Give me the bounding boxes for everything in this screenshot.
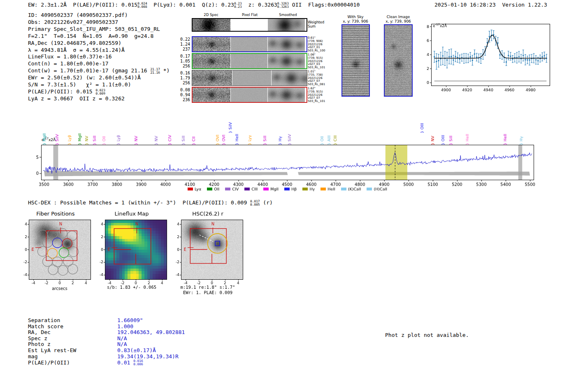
legend-label: Hγ [309,187,315,191]
info-seeing: F=2.1" T=0.154 N̄=1.05 A=0.90 g=24.8 [28,33,170,40]
match-row-plae: P(LAE)/P(OII)0.01 0.0160.006 [28,360,185,366]
header-z-value: 0.3263 [258,2,277,8]
twod-row-annotation: 1.06"(739, 915)20221226v027_03503_RL_101 [308,53,338,70]
match-row-separation: Separation1.66009" [28,318,185,324]
hsc-cutout-title: HSC(26.2) r [169,211,247,217]
match-row-radec: RA, Dec192.046363, 49.802881 [28,329,185,336]
legend-item: (K)CaII [341,187,361,191]
info-plae: P(LAE)/P(OII): 0.015 0.0230.009 [28,88,170,95]
legend-label: CIV [232,187,239,191]
twod-fiber-row-1 [192,36,307,52]
header-flags: Flags:0x00004010 [308,2,360,8]
twod-sum-flat-blank [231,19,267,31]
twod-row4-2dspec-canvas [193,88,230,102]
cleanimage-image [384,24,413,97]
legend-label: (K)CaII [348,187,361,191]
withsky-coords: x, y: 739, 906 [337,19,374,23]
twod-row2-pixelflat-canvas [231,54,267,68]
header-z-range: 0.32630.3263 [277,2,289,9]
legend-label: MgII [270,187,279,191]
legend-swatch [244,188,250,190]
legend-item: (H)CaII [367,187,387,191]
legend-swatch [302,188,308,190]
detection-info-block: ID: 4090502337 (4090502337.pdf) Obs: 202… [28,12,170,102]
legend-item: MgII [263,187,279,191]
header-plae-label: P(LAE)/P(OII): [73,2,121,8]
fiber-positions-plot [16,216,95,295]
legend-swatch [263,188,269,190]
legend-label: CIII [251,187,258,191]
twod-row3-pixelflat-canvas [232,70,271,86]
hsc-cutout-plot [169,216,247,295]
header-z-label: z: [242,2,258,8]
header-z-type: OII [289,2,308,8]
twod-weighted-sum-label: Weighted Sum [308,21,324,28]
twod-row1-smoothed-canvas [268,37,305,51]
info-redshifts: LyA z = 3.0667 OII z = 0.3262 [28,95,170,102]
hsc-caption-morphology: m:19.1 re:1.8" s:1.7" [169,285,247,290]
twod-row3-2dspec-canvas [192,70,232,86]
report-timestamp-version: 2025-01-10 16:28:23 Version 1.22.3 [434,1,547,8]
header-plae-value: 0.015 [121,2,137,8]
legend-swatch [321,188,326,190]
twod-sum-smoothed-canvas [268,19,305,31]
legend-item: OII [207,187,219,191]
info-sn-chi2: S/N = 7.3(±1.5) χ² = 1.1(±0.0) [28,81,170,88]
info-ewr: EWr = 2.50(±0.52) (w: 2.60(±0.54))Å [28,74,170,81]
twod-row1-2dspec-canvas [193,37,230,51]
lineflux-caption: s/b: 1.83 +/- 0.065 [93,285,171,290]
lineflux-map-title: Lineflux Map [93,211,171,217]
cleanimage-title: Clean Image [380,15,416,19]
inset-flux-units-label: e-17x2Å [433,23,447,28]
hscdex-match-line: HSC-DEX : Possible Matches = 1 (within +… [28,199,273,206]
twod-sum-2dspec-canvas [193,19,230,31]
header-ew: EW: 2.3±1.2Å [28,2,73,8]
legend-swatch [207,188,212,190]
legend-item: Hγ [302,187,315,191]
twod-row-annotation: 1.62"(739, 915)20221226v027_07503_RL_101 [308,87,338,103]
twod-row2-2dspec-canvas [193,54,230,68]
hsc-caption-ewr-plae: EWr: 1. PLAE: 0.009 [169,290,247,295]
match-row-photoz: Photo zN/A [28,341,185,348]
lineflux-map-plot [93,216,171,295]
legend-label: Hβ [291,187,297,191]
info-wavelength: λ = 4943.81Å σ = 4.55(±1.24)Å [28,47,170,54]
legend-item: HeII [321,187,335,191]
legend-item: Hβ [284,187,297,191]
timestamp: 2025-01-10 16:28:23 [434,2,502,8]
catalog-match-table: Separation1.66009" Match score1.000 RA, … [28,318,185,366]
cleanimage-coords: x, y: 739, 906 [380,19,416,23]
twod-row-left-values: 0.171.05256 [179,54,190,69]
match-row-restew: Est LyA rest-EW0.83(±0.17)Å [28,348,185,354]
legend-swatch [284,188,290,190]
twod-row2-smoothed-canvas [268,54,305,68]
twod-row-left-values: 0.161.79256 [179,71,190,86]
twod-row4-smoothed-canvas [268,88,305,102]
withsky-image [341,24,370,97]
twod-col-header-2dspec: 2D Spec [192,13,230,17]
legend-label: Lyα [195,187,201,191]
info-radec: RA,Dec (192.046875,49.802559) [28,40,170,47]
line-fit-chart [424,20,560,96]
withsky-title: With Sky [337,15,374,19]
legend-swatch [367,188,372,190]
info-slot: Primary Spec_Slot_IFU_AMP: 503_051_079_R… [28,26,170,33]
legend-label: (H)CaII [374,187,387,191]
fiber-positions-title: Fiber Positions [16,211,95,217]
header-plya: P(Lyα): 0.001 [147,2,202,8]
legend-label: OII [214,187,219,191]
legend-swatch [188,188,193,190]
legend-label: HeII [327,187,335,191]
twod-row-annotation: 0.61"(739, 906)20221226v027_01503_RL_100 [308,37,338,53]
header-qz-label: Q(z): [202,2,221,8]
twod-row-annotation: 1.01"(735, 738)20221226v027_07503_RL_081 [308,70,338,86]
info-obs: Obs: 20221226v027_4090502337 [28,19,170,26]
match-row-score: Match score1.000 [28,324,185,330]
info-id: ID: 4090502337 (4090502337.pdf) [28,12,170,19]
match-row-specz: Spec zN/A [28,336,185,342]
info-cont-w: Cont(w) = 1.70(±0.01)e-17 (gmag 21.16 21… [28,67,170,74]
twod-row-left-values: 0.221.24237 [179,37,190,52]
match-row-mag: mag19.34(19.34,19.34)R [28,354,185,360]
twod-col-header-pixelflat: Pixel Flat [231,13,268,17]
header-qz-value: 0.23 [221,2,234,8]
